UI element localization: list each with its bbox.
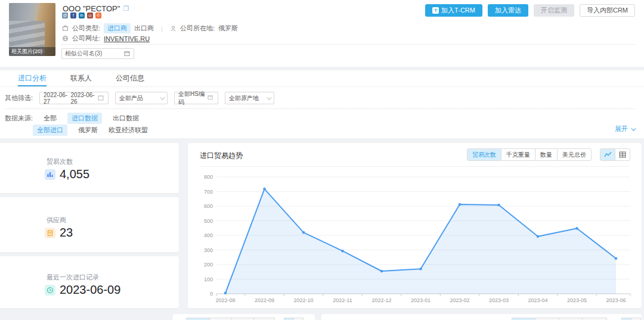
header-separator [61, 44, 635, 45]
svg-text:600: 600 [204, 203, 213, 209]
bottom-right-card [321, 314, 642, 320]
svg-text:100: 100 [204, 276, 213, 282]
filter-row: 其他筛选: 2022-06-27 2023-06-26 全部产品 全部HS编码 … [5, 92, 274, 104]
svg-text:200: 200 [204, 262, 213, 268]
svg-text:2023-06: 2023-06 [606, 297, 626, 303]
metric-toggle-group[interactable] [187, 318, 275, 320]
stat-card-trade-count: 贸易次数 4,055 [0, 143, 179, 193]
source-import-data[interactable]: 进口数据 [67, 113, 102, 124]
company-header: 相关图片(20) OOO "PECTOP" ❐ @ f in ◎ ✆ 公司类型:… [0, 0, 644, 67]
table-icon[interactable] [615, 148, 630, 161]
line-chart-icon[interactable] [600, 148, 615, 161]
chevron-down-icon [160, 95, 165, 100]
sub-source-row: 全部进口 俄罗斯 欧亚经济联盟 [33, 125, 148, 136]
view-toggle-group[interactable] [284, 318, 304, 320]
svg-text:2023-02: 2023-02 [450, 297, 469, 303]
hs-code-value: 全部HS编码 [178, 90, 208, 107]
website-link[interactable]: INVENTIVE.RU [104, 35, 150, 42]
linkedin-icon[interactable]: in [79, 13, 85, 18]
sub-source-all-import[interactable]: 全部进口 [33, 125, 67, 136]
expand-link[interactable]: 展开 [615, 125, 634, 133]
header-actions: T 加入T-CRM 加入雷达 开启监测 导入内部CRM [425, 4, 635, 17]
stat-label: 最近一次进口记录 [47, 273, 99, 282]
metric-trade-count[interactable]: 贸易次数 [467, 148, 501, 161]
view-toggle-group[interactable] [622, 318, 641, 320]
stat-card-last-import: 最近一次进口记录 2023-06-09 [0, 256, 179, 308]
sub-source-russia[interactable]: 俄罗斯 [78, 126, 98, 135]
metric-usd-total[interactable]: 美元总价 [557, 148, 592, 161]
svg-text:2023-05: 2023-05 [567, 297, 587, 303]
date-start[interactable]: 2022-06-27 [44, 92, 68, 105]
sub-source-eaeu[interactable]: 欧亚经济联盟 [109, 126, 148, 135]
add-radar-button[interactable]: 加入雷达 [488, 4, 528, 17]
svg-text:2022-12: 2022-12 [371, 297, 391, 303]
metric-toggle-group[interactable] [512, 318, 607, 320]
svg-text:2023-03: 2023-03 [489, 297, 509, 303]
bottom-left-card [173, 314, 315, 320]
filters-separator [5, 108, 635, 109]
hs-code-select[interactable]: 全部HS编码 [174, 92, 218, 104]
stat-value: 23 [60, 226, 73, 240]
website-label: 公司网址: [72, 34, 100, 43]
stat-value: 4,055 [60, 167, 89, 181]
blog-icon[interactable]: @ [62, 13, 68, 18]
meta-divider: | [161, 25, 163, 32]
svg-text:700: 700 [204, 189, 213, 195]
instagram-icon[interactable]: ◎ [87, 13, 93, 18]
phone-icon[interactable]: ✆ [95, 13, 101, 18]
bar-chart-icon [45, 169, 55, 180]
stat-label: 供应商 [47, 216, 66, 225]
chart-title: 进口贸易趋势 [200, 151, 243, 161]
chart-toolbar: 贸易次数 千克重量 数量 美元总价 [467, 148, 630, 161]
product-select[interactable]: 全部产品 [115, 92, 168, 104]
tab-bar: 进口分析 联系人 公司信息 [0, 70, 644, 87]
company-photo[interactable]: 相关图片(20) [9, 3, 55, 56]
related-images-caption[interactable]: 相关图片(20) [9, 47, 55, 56]
product-select-value: 全部产品 [119, 94, 143, 102]
company-type-icon [62, 25, 69, 32]
similar-companies-value: 相似公司名(3) [65, 49, 102, 58]
stat-card-suppliers: 供应商 23 [0, 197, 179, 252]
tab-company-info[interactable]: 公司信息 [116, 70, 144, 86]
add-tcrm-label: 加入T-CRM [441, 6, 475, 15]
import-trend-line-chart[interactable]: 01002003004005006007008002022-082022-092… [194, 172, 635, 306]
chart-separator [200, 166, 630, 167]
svg-text:2022-09: 2022-09 [255, 297, 274, 303]
company-name: OOO "PECTOP" [63, 4, 120, 13]
metric-toggle-group: 贸易次数 千克重量 数量 美元总价 [467, 148, 592, 161]
company-type-label: 公司类型: [72, 24, 100, 33]
date-end[interactable]: 2023-06-26 [71, 92, 95, 105]
date-range-picker[interactable]: 2022-06-27 2023-06-26 [39, 92, 109, 104]
stat-value: 2023-06-09 [60, 283, 120, 297]
copy-icon[interactable]: ❐ [123, 5, 129, 13]
shop-icon [45, 228, 55, 238]
add-tcrm-button[interactable]: T 加入T-CRM [425, 4, 482, 17]
svg-text:800: 800 [204, 174, 213, 180]
source-export-data[interactable]: 出口数据 [113, 114, 139, 123]
svg-text:2023-01: 2023-01 [411, 297, 431, 303]
tab-contacts[interactable]: 联系人 [70, 70, 92, 86]
svg-text:500: 500 [204, 218, 213, 224]
origin-select[interactable]: 全部原产地 [225, 92, 274, 104]
page: 相关图片(20) OOO "PECTOP" ❐ @ f in ◎ ✆ 公司类型:… [0, 0, 644, 320]
tab-import-analysis[interactable]: 进口分析 [18, 70, 47, 86]
import-crm-button[interactable]: 导入内部CRM [580, 4, 635, 17]
analysis-section: 进口分析 联系人 公司信息 其他筛选: 2022-06-27 2023-06-2… [0, 70, 644, 138]
data-source-row: 数据来源: 全部 进口数据 出口数据 [5, 113, 139, 124]
metric-kg-weight[interactable]: 千克重量 [501, 148, 535, 161]
similar-companies-select[interactable]: 相似公司名(3) [61, 48, 134, 59]
social-links: @ f in ◎ ✆ [62, 13, 101, 18]
type-tag-exporter[interactable]: 出口商 [134, 24, 154, 33]
chevron-down-icon [267, 95, 271, 100]
location-icon [170, 25, 177, 32]
facebook-icon[interactable]: f [70, 13, 76, 18]
start-monitor-button[interactable]: 开启监测 [534, 4, 574, 17]
source-all[interactable]: 全部 [44, 114, 57, 123]
chevron-down-icon [631, 126, 636, 131]
other-filters-label: 其他筛选: [5, 94, 33, 102]
svg-text:300: 300 [204, 247, 213, 253]
metric-quantity[interactable]: 数量 [535, 148, 558, 161]
globe-icon [62, 35, 69, 42]
svg-text:0: 0 [210, 291, 213, 297]
type-tag-importer[interactable]: 进口商 [104, 23, 131, 33]
